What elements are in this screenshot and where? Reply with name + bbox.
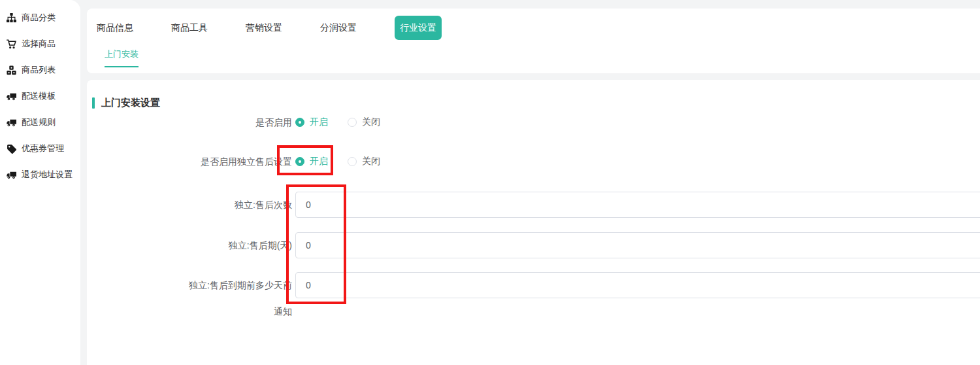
radio-option-on[interactable]: 开启 xyxy=(295,156,328,167)
sidebar-item-label: 商品分类 xyxy=(22,12,56,24)
radio-label: 开启 xyxy=(310,116,328,128)
section-header: 上门安装设置 xyxy=(92,97,160,109)
form-row-enable: 是否启用 开启 关闭 xyxy=(87,109,980,135)
sidebar-item-goods-category[interactable]: 商品分类 xyxy=(0,5,80,31)
form-card: 上门安装设置 是否启用 开启 关闭 是否启用独立售后设置 开启 关闭 xyxy=(87,80,980,365)
sidebar: 商品分类 选择商品 商品列表 配送模板 配送规则 优惠券管理 退 xyxy=(0,0,80,365)
sidebar-item-label: 商品列表 xyxy=(22,64,56,76)
radio-group-enable: 开启 关闭 xyxy=(295,109,400,135)
sitemap-icon xyxy=(7,13,16,23)
form-row-independent-aftersale-enable: 是否启用独立售后设置 开启 关闭 xyxy=(87,148,980,175)
aftersale-period-input[interactable] xyxy=(295,232,980,258)
form-label: 是否启用 xyxy=(188,109,292,135)
tab-goods-info[interactable]: 商品信息 xyxy=(97,22,133,34)
tab-profit-settings[interactable]: 分润设置 xyxy=(320,22,357,34)
tag-icon xyxy=(7,144,16,154)
truck-icon xyxy=(7,118,16,128)
sidebar-item-label: 配送模板 xyxy=(22,90,56,102)
sidebar-item-label: 配送规则 xyxy=(22,116,56,128)
tab-marketing-settings[interactable]: 营销设置 xyxy=(246,22,282,34)
radio-group-independent-aftersale: 开启 关闭 xyxy=(295,148,400,175)
radio-option-off[interactable]: 关闭 xyxy=(348,156,380,167)
sidebar-item-label: 选择商品 xyxy=(22,38,56,50)
form-label: 独立:售后期(天) xyxy=(188,232,292,258)
form-label: 独立:售后到期前多少天前通知 xyxy=(188,272,292,324)
form-label: 是否启用独立售后设置 xyxy=(188,148,292,175)
truck-icon xyxy=(7,170,16,180)
tab-industry-settings[interactable]: 行业设置 xyxy=(395,16,442,40)
aftersale-count-input[interactable] xyxy=(295,192,980,218)
section-title: 上门安装设置 xyxy=(101,97,160,109)
radio-label: 开启 xyxy=(310,156,328,167)
aftersale-notify-days-input[interactable] xyxy=(295,272,980,298)
sidebar-item-choose-goods[interactable]: 选择商品 xyxy=(0,31,80,57)
radio-label: 关闭 xyxy=(362,116,380,128)
cubes-icon xyxy=(7,65,16,75)
radio-unselected-icon xyxy=(348,118,357,127)
tabs-row: 商品信息 商品工具 营销设置 分润设置 行业设置 xyxy=(87,16,980,40)
radio-label: 关闭 xyxy=(362,156,380,167)
radio-unselected-icon xyxy=(348,157,357,166)
form-row-aftersale-count: 独立:售后次数 xyxy=(87,192,980,218)
tab-goods-tools[interactable]: 商品工具 xyxy=(171,22,208,34)
subtab-door-installation[interactable]: 上门安装 xyxy=(105,48,139,67)
radio-option-off[interactable]: 关闭 xyxy=(348,116,380,128)
form-row-aftersale-period: 独立:售后期(天) xyxy=(87,232,980,258)
sidebar-item-return-address-settings[interactable]: 退货地址设置 xyxy=(0,162,80,188)
sidebar-item-coupon-management[interactable]: 优惠券管理 xyxy=(0,135,80,162)
sidebar-item-label: 优惠券管理 xyxy=(22,143,64,154)
cart-icon xyxy=(7,39,16,49)
sidebar-item-label: 退货地址设置 xyxy=(22,169,73,181)
section-accent-bar xyxy=(92,97,95,109)
sidebar-item-delivery-template[interactable]: 配送模板 xyxy=(0,83,80,109)
radio-option-on[interactable]: 开启 xyxy=(295,116,328,128)
form-row-aftersale-notify-days: 独立:售后到期前多少天前通知 xyxy=(87,272,980,324)
radio-selected-icon xyxy=(295,118,304,127)
sidebar-item-goods-list[interactable]: 商品列表 xyxy=(0,57,80,83)
tabs-card: 商品信息 商品工具 营销设置 分润设置 行业设置 上门安装 xyxy=(87,9,980,73)
radio-selected-icon xyxy=(295,157,304,166)
form-label: 独立:售后次数 xyxy=(188,192,292,218)
truck-icon xyxy=(7,92,16,101)
sidebar-item-delivery-rules[interactable]: 配送规则 xyxy=(0,109,80,135)
